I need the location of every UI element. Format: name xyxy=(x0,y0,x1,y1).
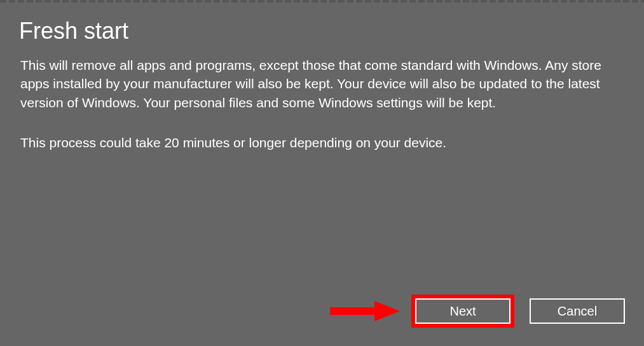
dialog-description-1: This will remove all apps and programs, … xyxy=(0,44,644,112)
dialog-button-row: Next Cancel xyxy=(330,298,625,324)
dialog-description-2: This process could take 20 minutes or lo… xyxy=(0,112,644,152)
annotation-arrow-icon xyxy=(330,298,400,324)
svg-rect-0 xyxy=(330,307,374,315)
window-top-edge xyxy=(0,0,644,3)
dialog-title: Fresh start xyxy=(0,0,644,44)
next-button[interactable]: Next xyxy=(415,298,510,324)
cancel-button[interactable]: Cancel xyxy=(530,298,625,324)
svg-marker-1 xyxy=(374,301,400,321)
